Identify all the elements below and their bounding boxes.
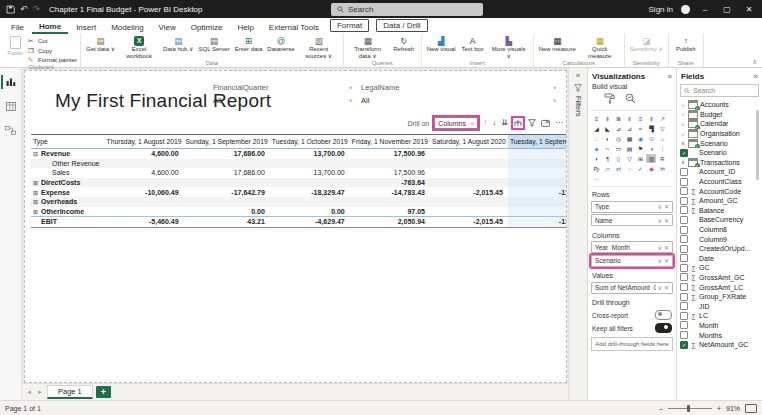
ribbon-tab-data-drill[interactable]: Data / Drill (376, 19, 427, 32)
stacked-column-chart-icon[interactable]: ‖ (602, 114, 612, 123)
matrix-cell[interactable] (508, 197, 567, 207)
line-stacked-column-chart-icon[interactable]: ⊿ (613, 124, 623, 133)
minimize-button[interactable]: – (698, 5, 712, 14)
format-painter-button[interactable]: ✎Format painter (28, 56, 77, 64)
keep-all-filters-toggle[interactable] (655, 323, 672, 333)
cut-button[interactable]: ✂Cut (28, 37, 77, 45)
100-stacked-bar-chart-icon[interactable]: ≡ (635, 114, 645, 123)
field-checkbox[interactable] (680, 178, 688, 186)
matrix-cell[interactable]: -763.64 (350, 178, 430, 188)
field-item-grossamt-gc[interactable]: ∑GrossAmt_GC (680, 273, 759, 283)
matrix-cell[interactable]: 97.05 (350, 207, 430, 217)
expand-toggle-icon[interactable]: ⊞ (33, 208, 41, 215)
import-visuals-icon[interactable]: ≫ (657, 164, 667, 173)
recent-sources-button[interactable]: ▥Recent sources ∨ (298, 35, 340, 60)
table-icon[interactable]: ⊞ (635, 154, 645, 163)
matrix-cell[interactable]: 4,600.00 (104, 168, 183, 178)
sign-in-button[interactable]: Sign in (649, 5, 673, 14)
matrix-cell[interactable] (104, 197, 183, 207)
funnel-chart-icon[interactable]: ▽ (657, 124, 667, 133)
fields-table-transactions[interactable]: ∨✓Transactions (680, 158, 759, 168)
close-button[interactable]: ✕ (742, 5, 756, 14)
fields-search-input[interactable]: Search (680, 84, 759, 97)
slicer-value[interactable]: All (213, 96, 221, 105)
matrix-row-label[interactable]: Other Revenue (31, 159, 104, 169)
zoom-in-icon[interactable]: + (717, 405, 721, 412)
matrix-cell[interactable] (508, 207, 567, 217)
field-item-accountclass[interactable]: AccountClass (680, 177, 759, 187)
multi-row-card-icon[interactable]: ▤ (624, 144, 634, 153)
matrix-cell[interactable] (430, 168, 508, 178)
field-checkbox[interactable]: ✓ (680, 341, 688, 349)
matrix-cell[interactable]: 0.00 (270, 207, 350, 217)
matrix-column-header[interactable]: Sunday, 1 September 2019 (184, 135, 270, 149)
field-item-group-fxrate[interactable]: ∑Group_FXRate (680, 292, 759, 302)
matrix-column-header[interactable]: Saturday, 1 August 2020 (430, 135, 508, 149)
scatter-chart-icon[interactable]: ∴ (591, 134, 601, 143)
ribbon-tab-external-tools[interactable]: External Tools (262, 21, 326, 34)
matrix-row-label[interactable]: ⊞Expense (31, 187, 104, 197)
matrix-cell[interactable]: 13,700.00 (270, 149, 350, 159)
expand-toggle-icon[interactable]: ⊞ (33, 179, 41, 186)
data-hub-button[interactable]: ▤Data hub ∨ (161, 35, 195, 53)
treemap-icon[interactable]: ▦ (624, 134, 634, 143)
matrix-column-header[interactable]: Tuesday, 1 October 2019 (270, 135, 350, 149)
field-item-column8[interactable]: Column8 (680, 225, 759, 235)
fit-to-page-icon[interactable] (745, 404, 757, 413)
field-item-createdorupd[interactable]: CreatedOrUpd... (680, 244, 759, 254)
sensitivity-button[interactable]: ◪Sensitivity ∨ (628, 35, 665, 53)
slicer-value[interactable]: All (361, 96, 369, 105)
ribbon-tab-view[interactable]: View (152, 21, 183, 34)
matrix-cell[interactable]: 2,050.94 (350, 217, 430, 228)
sql-server-button[interactable]: ▤SQL Server (197, 35, 232, 53)
field-item-scenario[interactable]: ✓Scenario (680, 148, 759, 158)
matrix-cell[interactable]: -10,060.49 (104, 187, 183, 197)
matrix-cell[interactable] (184, 159, 270, 169)
matrix-row-label[interactable]: EBIT (31, 217, 104, 228)
field-pill-scenario[interactable]: Scenario∨✕ (591, 255, 673, 267)
field-item-lc[interactable]: ∑LC (680, 311, 759, 321)
ribbon-tab-modeling[interactable]: Modeling (104, 21, 150, 34)
account-avatar[interactable] (681, 5, 690, 14)
clustered-bar-chart-icon[interactable]: ≣ (613, 114, 623, 123)
matrix-cell[interactable] (430, 207, 508, 217)
field-pill-sum-of-netamount-gc[interactable]: Sum of NetAmount_GC∨✕ (591, 282, 673, 294)
enter-data-button[interactable]: ⊞Enter data (233, 35, 265, 53)
matrix-column-header[interactable]: Tuesday, 1 September 2020 (508, 135, 567, 149)
donut-chart-icon[interactable]: ◎ (613, 134, 623, 143)
collapse-ribbon-icon[interactable]: ∧ (752, 58, 757, 66)
new-page-button[interactable]: + (96, 386, 111, 398)
gauge-icon[interactable]: ∩ (602, 144, 612, 153)
matrix-cell[interactable] (430, 197, 508, 207)
field-item-column9[interactable]: Column9 (680, 234, 759, 244)
area-chart-icon[interactable]: ◢ (591, 124, 601, 133)
collapse-pane-icon[interactable]: » (668, 72, 672, 81)
field-checkbox[interactable] (680, 245, 688, 253)
chevron-down-icon[interactable]: ∨ (349, 85, 353, 91)
matrix-cell[interactable] (350, 159, 430, 169)
matrix-cell[interactable] (184, 197, 270, 207)
matrix-column-header[interactable]: Friday, 1 November 2019 (350, 135, 430, 149)
chevron-down-icon[interactable]: ∨ (349, 98, 353, 104)
pbi-visual-icon[interactable]: ◆ (646, 164, 656, 173)
field-item-months[interactable]: Months (680, 330, 759, 340)
excel-workbook-button[interactable]: XExcel workbook (118, 35, 160, 60)
text-box-button[interactable]: AText box (459, 35, 487, 53)
r-script-visual-icon[interactable]: R (657, 154, 667, 163)
decomposition-tree-icon[interactable]: ⋮ (657, 144, 667, 153)
matrix-cell[interactable] (508, 149, 567, 159)
field-checkbox[interactable] (680, 206, 688, 214)
stacked-bar-chart-icon[interactable]: ≡ (591, 114, 601, 123)
model-view-button[interactable] (0, 122, 21, 138)
remove-field-icon[interactable]: ✕ (664, 244, 669, 251)
line-clustered-column-chart-icon[interactable]: ⊿ (624, 124, 634, 133)
chevron-down-icon[interactable]: ∨ (553, 98, 557, 104)
matrix-row-label[interactable]: Sales (31, 168, 104, 178)
field-checkbox[interactable] (680, 197, 688, 205)
field-item-grossamt-lc[interactable]: ∑GrossAmt_LC (680, 282, 759, 292)
dataverse-button[interactable]: @Dataverse (265, 35, 296, 53)
chevron-icon[interactable]: › (680, 131, 686, 137)
quick-measure-button[interactable]: ▦Quick measure (579, 35, 621, 60)
new-visual-button[interactable]: ▟New visual (425, 35, 458, 53)
redo-icon[interactable]: ↷ (33, 0, 41, 18)
